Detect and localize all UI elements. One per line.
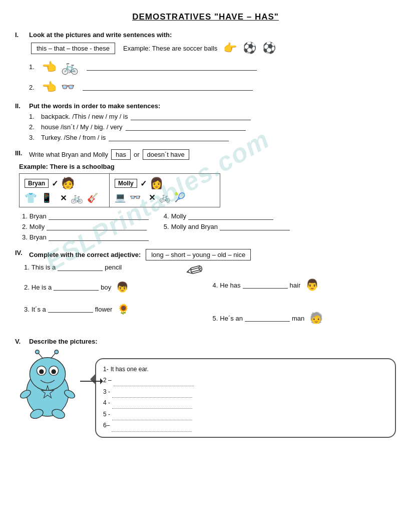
laptop-icon: 💻 [115,192,126,203]
section-3: III. Write what Bryan and Molly has or d… [15,149,396,241]
svg-point-9 [55,350,59,354]
sec5-content: 1- It has one ear. 2 – 3 - 4 - [15,348,396,438]
answer-line-1 [87,64,257,71]
doesnt-have-box: doesn´t have [143,149,189,160]
sec4-blank-5 [245,315,290,322]
ans5-num: 5. [164,223,169,230]
section-1: I. Look at the pictures and write senten… [15,31,396,94]
sec4-num: IV. [15,249,25,256]
sec1-item-1: 1. 👉 🚲 [29,59,396,75]
svg-line-8 [51,353,56,358]
sec1-item2-num: 2. [29,84,38,91]
sec1-items: 1. 👉 🚲 2. 👉 👓 [29,59,396,94]
soccer-ball-icon-2: ⚽ [262,42,276,55]
molly-label: Molly [115,179,137,188]
hand-icon-1: 👉 [42,60,57,74]
sec1-item-2: 2. 👉 👓 [29,80,396,94]
bubble-dots-3 [112,386,192,398]
svg-point-4 [39,369,44,374]
bubble-dots-2 [114,375,194,387]
sec2-items: 1. backpack. /This / new / my / is 2. ho… [29,113,396,141]
bicycle-icon-3: 🚲 [159,192,170,203]
svg-point-5 [52,369,56,374]
sec4-item1-pre: This is a [32,263,56,271]
bubble-num-1: 1- [103,364,109,375]
bicycle-icon-2: 🚲 [71,192,83,204]
sec5-num: V. [15,338,25,345]
page-title: DEMOSTRATIVES "HAVE – HAS" [15,12,396,22]
section-2: II. Put the words in order to make sente… [15,102,396,141]
bubble-dots-6 [112,420,192,432]
sec2-item1-num: 1. [29,113,38,120]
ans3-name: Bryan [30,233,47,241]
sec1-title: Look at the pictures and write sentences… [29,31,172,39]
sec1-item1-num: 1. [29,63,38,71]
sec4-blank-4 [243,282,288,289]
sec4-item2-post: boy [101,284,111,291]
sec2-item3-num: 3. [29,134,38,141]
sec4-blank-2 [54,284,99,291]
answer-line-2 [83,84,253,91]
sec4-item3-post: flower [95,306,113,313]
sec4-item3-num: 3. [24,306,30,313]
boy-face-icon-2: 👦 [116,281,129,293]
sec2-item2-text: house /isn´t / My / big. / very [41,123,123,131]
word-box: this – that – those - these [31,43,115,54]
sec4-item3-pre: It´s a [32,306,46,313]
sec4-header-row: Complete with the correct adjective: lon… [29,249,253,260]
sec2-answer-3 [109,134,229,141]
boy-face-icon: 🧑 [61,177,75,190]
sec2-item-1: 1. backpack. /This / new / my / is [29,113,396,120]
sec3-header-row: Write what Bryan and Molly has or doesn´… [29,149,189,160]
bubble-line-4: 4 - [103,398,388,409]
bicycle-icon-1: 🚲 [61,59,79,75]
ans4-num: 4. [164,212,169,220]
sec4-blank-3 [48,306,93,313]
sec3-ans-2: 2. Molly [22,223,149,230]
bubble-num-2: 2 – [103,375,112,386]
check-2: ✓ [140,179,147,188]
sec4-item-4: 4. He has hair 👨 [213,279,396,292]
bubble-dots-4 [112,398,192,409]
guitar-icon: 🎸 [87,192,98,203]
bubble-num-5: 5 - [103,409,110,420]
bryan-label: Bryan [25,179,49,188]
bubble-line-5: 5 - [103,409,388,420]
bubble-num-3: 3 - [103,387,110,398]
flower-icon: 🌻 [117,303,130,315]
old-man-icon: 🧓 [309,312,323,325]
ans2-num: 2. [22,223,28,230]
bubble-num-6: 6– [103,420,110,431]
bubble-line-3: 3 - [103,386,388,398]
has-box: has [111,149,131,160]
monster-area [15,348,90,425]
sec2-answer-1 [131,113,251,120]
section-4: IV. Complete with the correct adjective:… [15,249,396,330]
sec5-title: Describe the pictures: [29,338,98,345]
svg-point-7 [36,350,40,354]
bubble-line-2: 2 – [103,375,388,387]
man-icon-1: 👨 [305,279,319,292]
speech-bubble: 1- It has one ear. 2 – 3 - 4 - [95,358,396,438]
bubble-dots-5 [112,409,192,420]
sunglasses-icon-2: 👓 [130,192,141,203]
sec3-num: III. [15,149,25,157]
sec3-ans-3: 3. Bryan [22,233,149,241]
ans5-name: Molly and Bryan [171,223,218,230]
sec4-item2-num: 2. [24,284,30,291]
monster-illustration [15,348,80,423]
sec3-ans-5: 5. Molly and Bryan [164,223,290,230]
bubble-num-4: 4 - [103,398,110,409]
ans1-name: Bryan [30,212,47,220]
sec2-item-2: 2. house /isn´t / My / big. / very [29,123,396,131]
cross-2: ✕ [149,193,155,202]
hand-icon-2: 👉 [42,80,57,94]
sec2-item2-num: 2. [29,123,38,131]
sec4-item-5: 5. He´s an man 🧓 [213,312,396,325]
ans1-line [49,213,149,220]
sec2-title: Put the words in order to make sentences… [29,102,160,110]
phone-icon: 📱 [41,192,52,203]
sec4-item4-pre: He has [220,282,240,289]
sec4-item5-pre: He´s an [220,315,243,322]
tennis-icon: 🎾 [174,192,185,203]
